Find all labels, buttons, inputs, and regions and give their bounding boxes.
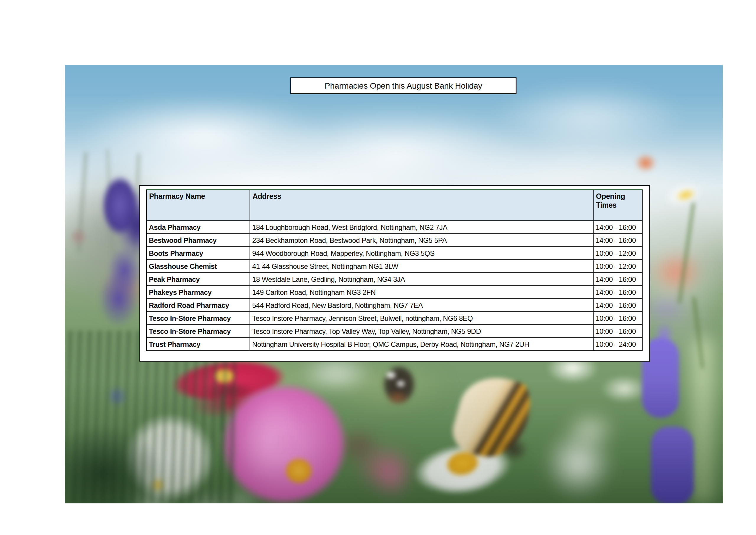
table-body: Asda Pharmacy184 Loughborough Road, West…: [147, 221, 642, 351]
pharmacy-name-cell: Glasshouse Chemist: [147, 260, 250, 273]
address-cell: 18 Westdale Lane, Gedling, Nottingham, N…: [250, 273, 593, 286]
pharmacy-name-cell: Tesco In-Store Pharmacy: [147, 312, 250, 325]
pharmacy-name-cell: Bestwood Pharmacy: [147, 234, 250, 247]
title-box: Pharmacies Open this August Bank Holiday: [290, 77, 517, 94]
opening-times-cell: 14:00 - 16:00: [593, 234, 642, 247]
table-row: Glasshouse Chemist41-44 Glasshouse Stree…: [147, 260, 642, 273]
pharmacy-name-cell: Boots Pharmacy: [147, 247, 250, 260]
opening-times-cell: 14:00 - 16:00: [593, 221, 642, 234]
document-page: { "title": "Pharmacies Open this August …: [0, 0, 756, 535]
opening-times-cell: 14:00 - 16:00: [593, 299, 642, 312]
table-row: Bestwood Pharmacy234 Beckhampton Road, B…: [147, 234, 642, 247]
column-header-address: Address: [250, 190, 593, 221]
address-cell: 234 Beckhampton Road, Bestwood Park, Not…: [250, 234, 593, 247]
opening-times-cell: 10:00 - 16:00: [593, 312, 642, 325]
address-cell: Tesco Instore Pharmacy, Jennison Street,…: [250, 312, 593, 325]
column-header-opening-times: Opening Times: [593, 190, 642, 221]
table-row: Boots Pharmacy944 Woodborough Road, Mapp…: [147, 247, 642, 260]
opening-times-cell: 10:00 - 24:00: [593, 338, 642, 351]
opening-times-cell: 10:00 - 12:00: [593, 260, 642, 273]
address-cell: 944 Woodborough Road, Mapperley, Notting…: [250, 247, 593, 260]
pharmacy-table: Pharmacy Name Address Opening Times Asda…: [146, 189, 643, 351]
pharmacy-name-cell: Tesco In-Store Pharmacy: [147, 325, 250, 338]
column-header-pharmacy-name: Pharmacy Name: [147, 190, 250, 221]
table-row: Peak Pharmacy18 Westdale Lane, Gedling, …: [147, 273, 642, 286]
pharmacy-name-cell: Peak Pharmacy: [147, 273, 250, 286]
pharmacy-name-cell: Phakeys Pharmacy: [147, 286, 250, 299]
opening-times-cell: 10:00 - 16:00: [593, 325, 642, 338]
opening-times-cell: 14:00 - 16:00: [593, 286, 642, 299]
address-cell: 149 Carlton Road, Nottingham NG3 2FN: [250, 286, 593, 299]
table-row: Tesco In-Store PharmacyTesco Instore Pha…: [147, 325, 642, 338]
opening-times-cell: 14:00 - 16:00: [593, 273, 642, 286]
pharmacy-name-cell: Asda Pharmacy: [147, 221, 250, 234]
address-cell: 544 Radford Road, New Basford, Nottingha…: [250, 299, 593, 312]
table-row: Tesco In-Store PharmacyTesco Instore Pha…: [147, 312, 642, 325]
table-row: Radford Road Pharmacy544 Radford Road, N…: [147, 299, 642, 312]
address-cell: 41-44 Glasshouse Street, Nottingham NG1 …: [250, 260, 593, 273]
table-row: Trust PharmacyNottingham University Hosp…: [147, 338, 642, 351]
header-row: Pharmacy Name Address Opening Times: [147, 190, 642, 221]
opening-times-cell: 10:00 - 12:00: [593, 247, 642, 260]
table-row: Phakeys Pharmacy149 Carlton Road, Nottin…: [147, 286, 642, 299]
pharmacy-name-cell: Radford Road Pharmacy: [147, 299, 250, 312]
pharmacy-name-cell: Trust Pharmacy: [147, 338, 250, 351]
table-row: Asda Pharmacy184 Loughborough Road, West…: [147, 221, 642, 234]
address-cell: 184 Loughborough Road, West Bridgford, N…: [250, 221, 593, 234]
page-title: Pharmacies Open this August Bank Holiday: [325, 81, 482, 91]
table-panel: Pharmacy Name Address Opening Times Asda…: [139, 185, 650, 362]
address-cell: Tesco Instore Pharmacy, Top Valley Way, …: [250, 325, 593, 338]
address-cell: Nottingham University Hospital B Floor, …: [250, 338, 593, 351]
